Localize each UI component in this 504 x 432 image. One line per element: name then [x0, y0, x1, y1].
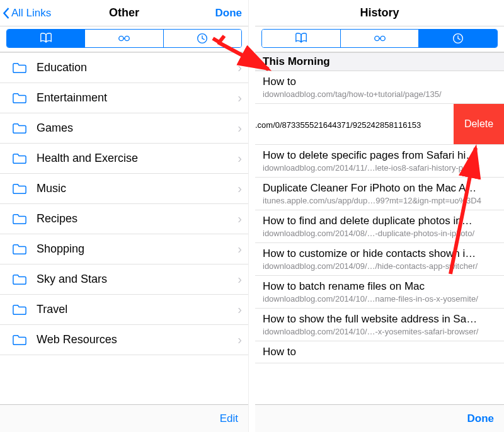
folder-icon — [11, 273, 28, 287]
back-chevron-icon — [3, 7, 10, 20]
history-row[interactable]: Duplicate Cleaner For iPhoto on the Mac … — [255, 178, 504, 210]
folder-label: Travel — [37, 303, 238, 316]
history-list: This Morning How toidownloadblog.com/tag… — [255, 52, 504, 404]
folder-row[interactable]: Games› — [0, 113, 248, 144]
history-url: idownloadblog.com/2014/10/…-x-yosemites-… — [263, 327, 496, 336]
tab-bookmarks[interactable] — [262, 30, 341, 47]
folder-row[interactable]: Shopping› — [0, 234, 248, 264]
folder-row[interactable]: Health and Exercise› — [0, 144, 248, 174]
history-row[interactable]: How toidownloadblog.com/tag/how-to+tutor… — [255, 71, 504, 104]
folder-icon — [11, 122, 28, 135]
tab-history[interactable] — [164, 30, 241, 47]
history-url: itunes.apple.com/us/app/dup…99?mt=12&ign… — [263, 196, 496, 205]
done-button[interactable]: Done — [215, 0, 243, 26]
folder-icon — [11, 91, 28, 105]
delete-button[interactable]: Delete — [454, 104, 504, 145]
back-label: All Links — [11, 7, 51, 20]
history-title: How to — [263, 76, 496, 88]
history-url: idownloadblog.com/2014/11/…lete-ios8-saf… — [263, 163, 496, 173]
history-icon — [449, 31, 467, 45]
history-row[interactable]: How to find and delete duplicate photos … — [255, 210, 504, 243]
chevron-right-icon: › — [238, 121, 248, 135]
history-title: How to — [263, 346, 496, 358]
tab-reading-list[interactable] — [341, 30, 420, 47]
folder-label: Entertainment — [37, 91, 238, 105]
history-row[interactable]: How to customize or hide contacts shown … — [255, 243, 504, 276]
folder-row[interactable]: Recipes› — [0, 204, 248, 234]
history-row[interactable]: How to — [255, 341, 504, 363]
bookmarks-icon — [292, 31, 310, 45]
history-screen: History This Morning How toidownloadblog… — [255, 0, 504, 432]
folder-icon — [11, 61, 28, 75]
chevron-right-icon: › — [238, 302, 248, 317]
folder-row[interactable]: Education› — [0, 53, 248, 83]
history-url: idownloadblog.com/tag/how-to+tutorial/pa… — [263, 89, 496, 99]
history-title: How to find and delete duplicate photos … — [263, 215, 496, 227]
chevron-right-icon: › — [238, 91, 248, 105]
folder-label: Shopping — [37, 242, 238, 256]
toolbar: Edit — [0, 404, 248, 432]
folder-label: Recipes — [37, 212, 238, 225]
done-button[interactable]: Done — [467, 412, 495, 425]
history-row[interactable]: How to batch rename files on Macidownloa… — [255, 276, 504, 309]
segmented-control — [0, 26, 248, 52]
reading-list-icon — [371, 31, 389, 45]
folder-label: Sky and Stars — [37, 273, 238, 286]
navbar: All Links Other Done — [0, 0, 248, 26]
bookmarks-icon — [37, 31, 55, 45]
reading-list-icon — [115, 31, 133, 45]
history-url: idownloadblog.com/2014/09/…/hide-contact… — [263, 261, 496, 271]
folder-label: Web Resources — [37, 333, 238, 346]
chevron-right-icon: › — [238, 242, 248, 256]
folder-label: Music — [37, 182, 238, 195]
history-url: .com/0/873355521644371/925242858116153 — [255, 120, 451, 130]
section-header: This Morning — [255, 52, 504, 71]
segmented-control — [255, 26, 504, 52]
history-url: idownloadblog.com/2014/10/…name-files-in… — [263, 294, 496, 304]
tab-reading-list[interactable] — [85, 30, 163, 47]
chevron-right-icon: › — [238, 181, 248, 196]
folder-row[interactable]: Travel› — [0, 295, 248, 325]
history-title: How to batch rename files on Mac — [263, 280, 496, 293]
bookmarks-screen: All Links Other Done Education›Entertain… — [0, 0, 249, 432]
page-title: History — [360, 6, 399, 20]
chevron-right-icon: › — [238, 151, 248, 166]
folder-icon — [11, 333, 28, 347]
folder-label: Games — [37, 122, 238, 135]
history-title: How to customize or hide contacts shown … — [263, 247, 496, 260]
history-icon — [193, 31, 211, 45]
toolbar: Done — [255, 404, 504, 432]
history-row[interactable]: .com/0/873355521644371/925242858116153De… — [255, 104, 504, 145]
folder-list: Education›Entertainment›Games›Health and… — [0, 52, 248, 404]
folder-row[interactable]: Music› — [0, 174, 248, 204]
history-title: How to show the full website address in … — [263, 313, 496, 326]
tab-history[interactable] — [419, 30, 497, 47]
folder-row[interactable]: Web Resources› — [0, 325, 248, 355]
chevron-right-icon: › — [238, 60, 248, 75]
folder-label: Education — [37, 61, 238, 74]
folder-label: Health and Exercise — [37, 152, 238, 165]
folder-icon — [11, 303, 28, 317]
edit-button[interactable]: Edit — [220, 412, 238, 425]
folder-icon — [11, 152, 28, 166]
chevron-right-icon: › — [238, 272, 248, 287]
folder-icon — [11, 182, 28, 196]
folder-icon — [11, 212, 28, 226]
back-button[interactable]: All Links — [3, 0, 51, 26]
folder-row[interactable]: Sky and Stars› — [0, 264, 248, 295]
history-url: idownloadblog.com/2014/08/…-duplicate-ph… — [263, 229, 496, 238]
history-title: How to delete specific pages from Safari… — [263, 149, 496, 162]
history-row[interactable]: How to show the full website address in … — [255, 309, 504, 341]
chevron-right-icon: › — [238, 333, 248, 347]
folder-row[interactable]: Entertainment› — [0, 83, 248, 113]
page-title: Other — [109, 6, 139, 20]
folder-icon — [11, 242, 28, 256]
chevron-right-icon: › — [238, 212, 248, 226]
navbar: History — [255, 0, 504, 26]
history-row[interactable]: How to delete specific pages from Safari… — [255, 145, 504, 178]
tab-bookmarks[interactable] — [7, 30, 85, 47]
history-title: Duplicate Cleaner For iPhoto on the Mac … — [263, 182, 496, 195]
